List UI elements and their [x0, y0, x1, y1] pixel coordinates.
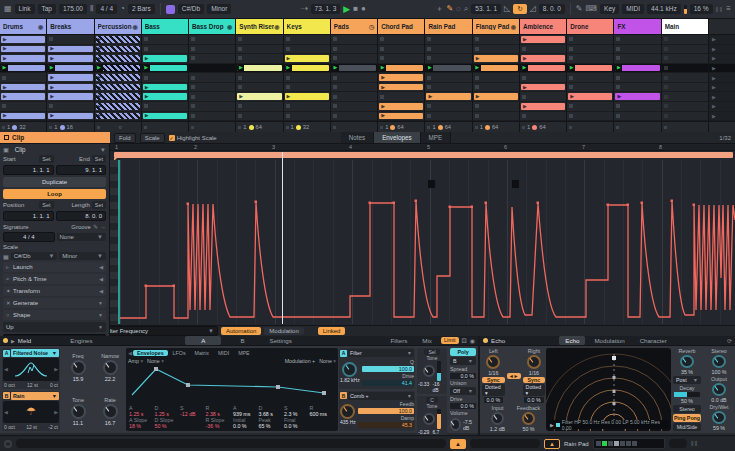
- clip-slot[interactable]: [473, 45, 519, 55]
- scene-launch[interactable]: ▶: [709, 83, 735, 93]
- clip-stop-icon[interactable]: [569, 104, 573, 108]
- clip-slot[interactable]: ▶: [95, 35, 141, 45]
- clip[interactable]: ▶: [568, 93, 612, 100]
- clip-stop-icon[interactable]: [286, 114, 290, 118]
- tab-notes[interactable]: Notes: [341, 132, 374, 143]
- amp-final[interactable]: 0.0 %: [284, 423, 310, 429]
- length-set-button[interactable]: Set: [92, 201, 106, 209]
- clip-stop-icon[interactable]: [616, 114, 620, 118]
- clip-slot[interactable]: ▶: [520, 83, 566, 93]
- clip-stop-icon[interactable]: [144, 47, 148, 51]
- key-map-button[interactable]: Key: [600, 4, 619, 15]
- track-header[interactable]: Drums◉: [0, 19, 46, 35]
- engine-b-menu[interactable]: Rain▼: [11, 392, 59, 400]
- record-button[interactable]: ●: [361, 5, 366, 13]
- track-header[interactable]: Rain Pad: [425, 19, 471, 35]
- input-gain-knob[interactable]: [491, 412, 504, 425]
- clip-slot[interactable]: ▶: [614, 64, 660, 74]
- filter-b-damp[interactable]: 45.3: [358, 422, 414, 428]
- arrangement-position-field[interactable]: 73. 1. 3: [311, 4, 341, 15]
- clip-slot[interactable]: [614, 54, 660, 64]
- clip[interactable]: ▶: [143, 93, 187, 100]
- clip-play-icon[interactable]: ▶: [428, 94, 432, 99]
- end-field[interactable]: 9. 1. 1: [56, 165, 107, 175]
- clip-stop-icon[interactable]: [475, 76, 479, 80]
- clip-slot[interactable]: [662, 35, 708, 45]
- clip-slot[interactable]: [142, 102, 188, 112]
- clip-stop-icon[interactable]: [616, 104, 620, 108]
- clip-play-icon[interactable]: ▶: [476, 56, 480, 61]
- clip[interactable]: ▶: [285, 65, 329, 72]
- clip-stop-icon[interactable]: [427, 85, 431, 89]
- clip-stop-icon[interactable]: [333, 85, 337, 89]
- clip[interactable]: ▶: [143, 113, 187, 120]
- clip-slot[interactable]: ▶: [47, 54, 93, 64]
- metronome-icon[interactable]: ◔: [120, 5, 125, 13]
- scale-button[interactable]: Scale: [140, 133, 165, 143]
- device-fold-icon[interactable]: ▶: [11, 338, 15, 344]
- filter-a-tone-knob[interactable]: [423, 365, 435, 377]
- clip-slot[interactable]: ▶: [95, 54, 141, 64]
- clip-slot[interactable]: [189, 92, 235, 102]
- clip-stop-icon[interactable]: [569, 76, 573, 80]
- engine-b-visual[interactable]: ◀ ☂ ▶: [3, 401, 59, 424]
- clip-stop-icon[interactable]: [238, 104, 242, 108]
- stereo-width-knob[interactable]: [712, 355, 726, 368]
- clip-play-icon[interactable]: ▶: [145, 94, 149, 99]
- clip-slot[interactable]: ▶: [520, 54, 566, 64]
- overdub-icon[interactable]: ＋: [435, 5, 443, 13]
- clip-stop-icon[interactable]: [380, 56, 384, 60]
- right-time-knob[interactable]: [527, 355, 541, 369]
- clip-slot[interactable]: [520, 73, 566, 83]
- feedback-knob[interactable]: [522, 412, 535, 425]
- clip[interactable]: ▶: [379, 74, 423, 81]
- clip-slot[interactable]: ▶: [47, 73, 93, 83]
- clip-slot[interactable]: [189, 83, 235, 93]
- clip[interactable]: ▶: [1, 36, 45, 43]
- start-set-button[interactable]: Set: [39, 155, 53, 163]
- clip-play-icon[interactable]: ▶: [50, 113, 54, 118]
- filter-b-freq-knob[interactable]: 435 Hz: [340, 404, 356, 425]
- clip-play-icon[interactable]: ▶: [617, 94, 621, 99]
- clip-slot[interactable]: ▶: [95, 73, 141, 83]
- reverb-knob[interactable]: [680, 355, 694, 368]
- volume-knob[interactable]: [450, 418, 461, 431]
- capture-midi-icon[interactable]: ◌: [456, 5, 461, 13]
- track-header[interactable]: Ambience: [520, 19, 566, 35]
- clip-play-icon[interactable]: ▶: [237, 65, 244, 72]
- clip-stop-icon[interactable]: [475, 85, 479, 89]
- menu-icon[interactable]: ≡: [726, 5, 731, 13]
- clip-play-icon[interactable]: ▶: [98, 113, 102, 118]
- left-offset[interactable]: 0.0 %: [484, 397, 504, 403]
- clip-play-icon[interactable]: ▶: [426, 65, 433, 72]
- clip-slot[interactable]: ▶: [47, 45, 93, 55]
- clip-slot[interactable]: ▶: [284, 54, 330, 64]
- clip[interactable]: ▶: [521, 55, 565, 62]
- clip[interactable]: ▶: [1, 65, 45, 72]
- draw-mode-icon[interactable]: ✎: [576, 5, 583, 13]
- clip-slot[interactable]: ▶: [142, 54, 188, 64]
- clip-stop-icon[interactable]: [333, 95, 337, 99]
- stop-button[interactable]: ■: [353, 5, 358, 13]
- clip-play-icon[interactable]: ▶: [381, 85, 385, 90]
- narrow-knob[interactable]: Narrow 22.2: [94, 346, 126, 390]
- clip-play-icon[interactable]: ▶: [615, 65, 622, 72]
- clip[interactable]: ▶: [568, 65, 612, 72]
- clip-slot[interactable]: [189, 102, 235, 112]
- fold-button[interactable]: Fold: [114, 133, 136, 143]
- clip-stop-icon[interactable]: [664, 85, 668, 89]
- clip-play-icon[interactable]: ▶: [98, 75, 102, 80]
- clip-slot[interactable]: ▶: [425, 64, 471, 74]
- play-button[interactable]: ▶: [343, 4, 350, 14]
- track-header[interactable]: Breaks: [47, 19, 93, 35]
- tab-modulation[interactable]: Modulation: [588, 336, 630, 345]
- clip[interactable]: ▶: [96, 74, 140, 81]
- clip-play-icon[interactable]: ▶: [523, 104, 527, 109]
- output-knob[interactable]: [712, 383, 726, 396]
- clip-stop-icon[interactable]: [427, 47, 431, 51]
- clip-stop-icon[interactable]: [522, 114, 526, 118]
- clip-stop-icon[interactable]: [664, 95, 668, 99]
- clip[interactable]: ▶: [96, 46, 140, 53]
- loop-button[interactable]: ↻: [513, 4, 526, 15]
- clip-stop-icon[interactable]: [616, 47, 620, 51]
